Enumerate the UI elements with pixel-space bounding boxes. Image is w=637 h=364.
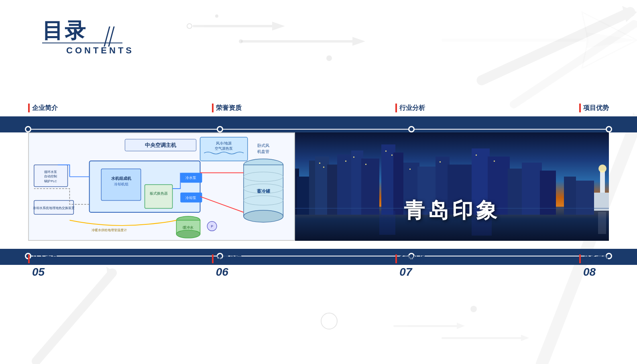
svg-text:冷水泵: 冷水泵 xyxy=(185,176,196,180)
nav-item-02[interactable]: 荣誉资质 02 xyxy=(212,104,242,128)
nav-label-04: 项目优势 xyxy=(579,104,609,112)
svg-point-8 xyxy=(215,14,218,18)
svg-rect-99 xyxy=(440,161,441,163)
svg-rect-93 xyxy=(345,161,346,162)
svg-rect-97 xyxy=(391,155,393,156)
svg-text:板式换热器: 板式换热器 xyxy=(149,191,168,195)
logo-line xyxy=(42,43,122,43)
svg-marker-6 xyxy=(352,37,365,46)
svg-rect-16 xyxy=(393,325,458,327)
nav-number-08: 08 xyxy=(583,266,596,279)
svg-text:卧式风: 卧式风 xyxy=(257,143,269,148)
cityscape-panel: 青岛印象 xyxy=(295,132,609,241)
hvac-diagram-panel: 中央空调主机 风冷/地源 空气源热泵 水机组成机 冷却机组 冷水泵 冷却泵 xyxy=(28,132,295,241)
nav-text-06: 关于代理 xyxy=(216,255,242,263)
svg-text:中央空调主机: 中央空调主机 xyxy=(145,142,177,148)
nav-number-04: 04 xyxy=(583,115,596,128)
nav-item-04[interactable]: 项目优势 04 xyxy=(579,104,609,128)
hvac-svg: 中央空调主机 风冷/地源 空气源热泵 水机组成机 冷却机组 冷水泵 冷却泵 xyxy=(29,133,294,240)
svg-text:冷却泵: 冷却泵 xyxy=(185,196,196,200)
svg-text:空气源热泵: 空气源热泵 xyxy=(215,146,233,150)
nav-red-bar-08 xyxy=(579,254,581,263)
nav-number-03: 03 xyxy=(399,115,412,128)
nav-number-07: 07 xyxy=(399,266,412,279)
svg-point-10 xyxy=(326,55,332,61)
logo-english: CONTENTS xyxy=(66,45,134,56)
nav-item-01[interactable]: 企业简介 01 xyxy=(28,104,58,128)
svg-text:缓冲水: 缓冲水 xyxy=(183,226,194,230)
svg-line-11 xyxy=(482,12,630,80)
svg-point-7 xyxy=(187,24,192,28)
nav-red-bar-01 xyxy=(28,104,30,112)
logo-chinese: 目录 xyxy=(42,20,134,41)
svg-rect-96 xyxy=(385,150,387,152)
svg-point-58 xyxy=(176,230,200,238)
nav-number-06: 06 xyxy=(216,266,228,279)
nav-text-05: 核心产品 xyxy=(32,255,58,263)
svg-rect-100 xyxy=(476,155,477,156)
svg-rect-105 xyxy=(598,212,606,234)
svg-point-20 xyxy=(321,313,337,329)
nav-text-04: 项目优势 xyxy=(583,104,609,112)
svg-rect-5 xyxy=(241,40,353,43)
svg-text:水机组成机: 水机组成机 xyxy=(111,176,132,181)
svg-line-14 xyxy=(36,273,112,361)
nav-label-05: 核心产品 xyxy=(28,254,58,263)
svg-rect-86 xyxy=(564,177,576,215)
nav-number-05: 05 xyxy=(32,266,45,279)
logo-area: 目录 CONTENTS xyxy=(42,20,134,56)
svg-rect-84 xyxy=(522,163,542,215)
svg-rect-87 xyxy=(576,181,594,215)
center-image-section: 中央空调主机 风冷/地源 空气源热泵 水机组成机 冷却机组 冷水泵 冷却泵 xyxy=(28,132,609,241)
svg-point-9 xyxy=(239,39,243,43)
nav-label-03: 行业分析 xyxy=(395,104,425,112)
svg-rect-101 xyxy=(494,161,495,162)
nav-label-06: 关于代理 xyxy=(212,254,242,263)
svg-rect-54 xyxy=(145,185,173,208)
nav-number-02: 02 xyxy=(216,115,228,128)
svg-rect-75 xyxy=(381,144,395,215)
nav-red-bar-07 xyxy=(395,254,397,263)
nav-text-03: 行业分析 xyxy=(399,104,425,112)
svg-rect-3 xyxy=(193,25,273,27)
svg-marker-4 xyxy=(272,22,285,31)
nav-text-01: 企业简介 xyxy=(32,104,58,112)
svg-point-41 xyxy=(244,210,283,222)
svg-marker-19 xyxy=(521,335,529,341)
svg-marker-0 xyxy=(582,12,637,68)
svg-point-21 xyxy=(470,306,477,312)
svg-rect-92 xyxy=(323,167,324,168)
svg-text:自动控制: 自动控制 xyxy=(44,175,57,178)
svg-rect-83 xyxy=(508,169,524,215)
nav-label-01: 企业简介 xyxy=(28,104,58,112)
svg-text:风冷/地源: 风冷/地源 xyxy=(216,141,231,145)
svg-rect-94 xyxy=(353,157,354,158)
svg-text:循环水泵: 循环水泵 xyxy=(44,170,57,174)
svg-rect-72 xyxy=(337,155,353,215)
nav-item-05[interactable]: 核心产品 05 xyxy=(28,254,58,279)
svg-rect-18 xyxy=(442,337,522,339)
svg-rect-71 xyxy=(327,165,337,215)
nav-item-03[interactable]: 行业分析 03 xyxy=(395,104,425,128)
svg-text:冷却机组: 冷却机组 xyxy=(114,182,128,186)
nav-item-06[interactable]: 关于代理 06 xyxy=(212,254,242,279)
svg-marker-2 xyxy=(586,32,637,48)
nav-item-08[interactable]: 优质项目 08 xyxy=(579,254,609,279)
svg-text:冷暖水供给地埋管温度计: 冷暖水供给地埋管温度计 xyxy=(92,228,127,232)
nav-text-08: 优质项目 xyxy=(583,255,609,263)
nav-timeline-bottom: 核心产品 05 关于代理 06 利润分析 07 优质项目 08 xyxy=(28,254,609,279)
nav-item-07[interactable]: 利润分析 07 xyxy=(395,254,425,279)
nav-label-02: 荣誉资质 xyxy=(212,104,242,112)
svg-line-13 xyxy=(514,24,634,104)
nav-text-07: 利润分析 xyxy=(399,255,425,263)
svg-text:冷却水系统地埋地热交换装置: 冷却水系统地埋地热交换装置 xyxy=(33,206,75,210)
nav-red-bar-04 xyxy=(579,104,581,112)
svg-rect-98 xyxy=(409,169,411,170)
svg-rect-95 xyxy=(365,164,366,165)
city-name-text: 青岛印象 xyxy=(404,197,500,225)
svg-text:机盘管: 机盘管 xyxy=(257,149,269,154)
svg-text:蓄冷罐: 蓄冷罐 xyxy=(257,189,271,193)
nav-label-07: 利润分析 xyxy=(395,254,425,263)
nav-red-bar-03 xyxy=(395,104,397,112)
svg-rect-74 xyxy=(361,159,379,215)
